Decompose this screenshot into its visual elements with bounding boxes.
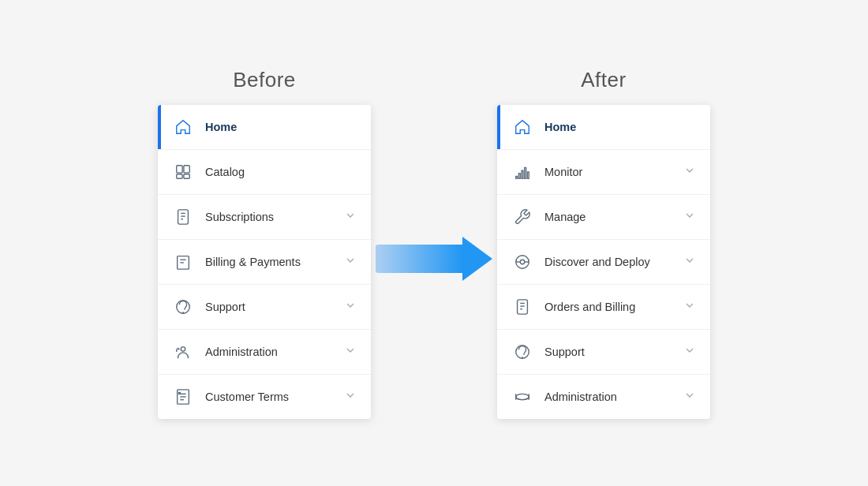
arrow-container xyxy=(371,205,497,281)
after-title: After xyxy=(581,68,626,92)
manage-chevron xyxy=(683,209,696,224)
svg-point-25 xyxy=(520,260,525,264)
terms-chevron xyxy=(344,389,357,404)
before-billing-label: Billing & Payments xyxy=(205,256,338,268)
svg-point-33 xyxy=(522,357,523,357)
before-subscriptions-label: Subscriptions xyxy=(205,211,338,223)
after-support-icon xyxy=(511,341,533,363)
before-support-label: Support xyxy=(205,301,338,313)
svg-rect-18 xyxy=(179,392,181,394)
after-discover-label: Discover and Deploy xyxy=(544,256,677,268)
after-nav-panel: Home Monitor xyxy=(497,105,710,419)
after-item-manage[interactable]: Manage xyxy=(497,195,710,240)
before-item-catalog[interactable]: Catalog xyxy=(158,150,371,195)
after-item-monitor[interactable]: Monitor xyxy=(497,150,710,195)
svg-rect-19 xyxy=(516,176,518,178)
svg-point-12 xyxy=(183,312,184,312)
before-admin-label: Administration xyxy=(205,346,338,358)
before-item-subscriptions[interactable]: Subscriptions xyxy=(158,195,371,240)
after-support-label: Support xyxy=(544,346,677,358)
home-icon xyxy=(172,116,194,138)
before-item-billing[interactable]: Billing & Payments xyxy=(158,240,371,285)
monitor-chevron xyxy=(683,164,696,179)
subscriptions-icon xyxy=(172,206,194,228)
svg-rect-23 xyxy=(527,172,529,178)
svg-rect-22 xyxy=(525,167,526,178)
billing-chevron xyxy=(344,254,357,269)
after-item-support[interactable]: Support xyxy=(497,330,710,375)
svg-rect-3 xyxy=(184,174,189,178)
after-item-orders[interactable]: Orders and Billing xyxy=(497,285,710,330)
subscriptions-chevron xyxy=(344,209,357,224)
comparison-container: Before Home Catalog Subsc xyxy=(0,0,868,486)
svg-rect-2 xyxy=(177,174,182,178)
monitor-icon xyxy=(511,161,533,183)
after-admin-chevron xyxy=(683,389,696,404)
svg-point-11 xyxy=(177,300,190,313)
orders-icon xyxy=(511,296,533,318)
after-item-home[interactable]: Home xyxy=(497,105,710,150)
svg-rect-1 xyxy=(184,165,189,172)
before-section: Before Home Catalog Subsc xyxy=(158,68,371,419)
arrow-head xyxy=(462,237,492,281)
before-nav-panel: Home Catalog Subscriptions xyxy=(158,105,371,419)
support-chevron xyxy=(344,299,357,314)
svg-rect-20 xyxy=(518,173,520,178)
support-icon xyxy=(172,296,194,318)
before-terms-label: Customer Terms xyxy=(205,391,338,403)
after-monitor-label: Monitor xyxy=(544,166,677,178)
arrow-body xyxy=(376,245,462,273)
after-item-discover[interactable]: Discover and Deploy xyxy=(497,240,710,285)
svg-point-13 xyxy=(181,346,185,351)
svg-point-32 xyxy=(516,345,529,358)
terms-icon xyxy=(172,386,194,408)
before-title: Before xyxy=(233,68,296,92)
orders-chevron xyxy=(683,299,696,314)
after-manage-label: Manage xyxy=(544,211,677,223)
after-admin-icon xyxy=(511,386,533,408)
before-home-label: Home xyxy=(205,121,357,133)
before-catalog-label: Catalog xyxy=(205,166,357,178)
after-home-icon xyxy=(511,116,533,138)
discover-chevron xyxy=(683,254,696,269)
after-support-chevron xyxy=(683,344,696,359)
discover-icon xyxy=(511,251,533,273)
svg-rect-4 xyxy=(178,209,189,223)
billing-icon xyxy=(172,251,194,273)
after-admin-label: Administration xyxy=(544,391,677,403)
svg-rect-0 xyxy=(177,165,182,172)
before-item-admin[interactable]: Administration xyxy=(158,330,371,375)
after-item-admin[interactable]: Administration xyxy=(497,375,710,419)
manage-icon xyxy=(511,206,533,228)
admin-chevron xyxy=(344,344,357,359)
svg-rect-21 xyxy=(522,170,523,178)
admin-icon xyxy=(172,341,194,363)
before-item-home[interactable]: Home xyxy=(158,105,371,150)
svg-rect-28 xyxy=(518,299,528,313)
catalog-icon xyxy=(172,161,194,183)
after-home-label: Home xyxy=(544,121,696,133)
transition-arrow xyxy=(376,237,492,281)
after-section: After Home xyxy=(497,68,710,419)
before-item-terms[interactable]: Customer Terms xyxy=(158,375,371,419)
before-item-support[interactable]: Support xyxy=(158,285,371,330)
after-orders-label: Orders and Billing xyxy=(544,301,677,313)
